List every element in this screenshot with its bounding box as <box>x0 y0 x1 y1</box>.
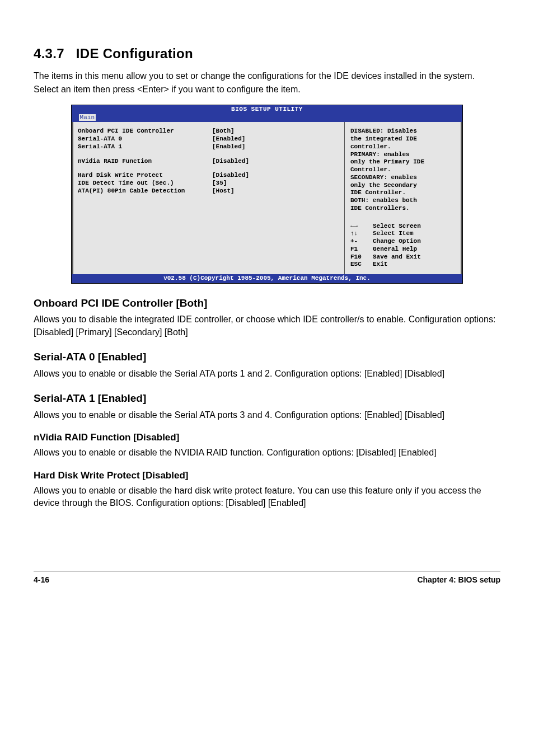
key-label: F1 <box>350 246 373 253</box>
section-title: IDE Configuration <box>76 46 193 61</box>
bios-setting-row[interactable]: IDE Detect Time out (Sec.) [35] <box>78 180 340 187</box>
key-desc: Select Item <box>373 230 414 238</box>
subheading-nvidia-raid: nVidia RAID Function [Disabled] <box>34 431 500 444</box>
desc-sata1: Allows you to enable or disable the Seri… <box>34 409 500 421</box>
setting-label: IDE Detect Time out (Sec.) <box>78 180 212 187</box>
bios-help-pane: DISABLED: Disables the integrated IDE co… <box>345 122 462 274</box>
bios-setup-window: BIOS SETUP UTILITY Main Onboard PCI IDE … <box>71 105 463 284</box>
page-number: 4-16 <box>34 575 49 585</box>
help-line: the integrated IDE <box>350 135 455 143</box>
bios-setting-row[interactable]: Serial-ATA 0 [Enabled] <box>78 135 340 143</box>
key-label: ↑↓ <box>350 230 373 238</box>
key-row: ESCExit <box>350 261 455 269</box>
help-line: controller. <box>350 143 455 151</box>
help-line: DISABLED: Disables <box>350 128 455 135</box>
setting-label: nVidia RAID Function <box>78 158 212 166</box>
desc-write-protect: Allows you to enable or disable the hard… <box>34 485 500 510</box>
intro-paragraph: The items in this menu allow you to set … <box>34 69 500 95</box>
section-number: 4.3.7 <box>34 46 64 61</box>
setting-value: [Enabled] <box>212 143 245 151</box>
bios-menubar: Main <box>72 114 462 123</box>
help-line: only the Secondary <box>350 182 455 190</box>
setting-value: [Host] <box>212 187 235 195</box>
section-heading: 4.3.7 IDE Configuration <box>34 45 500 63</box>
setting-value: [Enabled] <box>212 135 245 143</box>
bios-setting-row[interactable]: ATA(PI) 80Pin Cable Detection [Host] <box>78 187 340 195</box>
setting-value: [Disabled] <box>212 172 249 180</box>
bios-titlebar: BIOS SETUP UTILITY <box>72 105 462 114</box>
subheading-write-protect: Hard Disk Write Protect [Disabled] <box>34 469 500 482</box>
bios-setting-row[interactable]: nVidia RAID Function [Disabled] <box>78 158 340 166</box>
key-desc: Exit <box>373 261 387 269</box>
setting-label: Onboard PCI IDE Controller <box>78 128 212 135</box>
bios-body: Onboard PCI IDE Controller [Both] Serial… <box>72 122 462 274</box>
key-label: +- <box>350 238 373 246</box>
key-row: ↑↓Select Item <box>350 230 455 238</box>
key-desc: Select Screen <box>373 223 421 231</box>
key-label: ESC <box>350 261 373 269</box>
key-label: ←→ <box>350 223 373 231</box>
setting-value: [Both] <box>212 128 235 135</box>
help-line: SECONDARY: enables <box>350 174 455 182</box>
setting-label: Serial-ATA 0 <box>78 135 212 143</box>
bios-footer: v02.58 (C)Copyright 1985-2005, American … <box>72 274 462 283</box>
chapter-label: Chapter 4: BIOS setup <box>417 575 500 585</box>
key-row: F1General Help <box>350 246 455 253</box>
bios-settings-pane: Onboard PCI IDE Controller [Both] Serial… <box>72 122 345 274</box>
subheading-sata1: Serial-ATA 1 [Enabled] <box>34 391 500 406</box>
setting-value: [Disabled] <box>212 158 249 166</box>
help-line: BOTH: enables both <box>350 197 455 205</box>
setting-value: [35] <box>212 180 227 187</box>
bios-setting-row[interactable]: Hard Disk Write Protect [Disabled] <box>78 172 340 180</box>
setting-label: Serial-ATA 1 <box>78 143 212 151</box>
key-row: F10Save and Exit <box>350 253 455 261</box>
bios-setting-row[interactable]: Onboard PCI IDE Controller [Both] <box>78 128 340 135</box>
key-desc: Change Option <box>373 238 421 246</box>
help-line: only the Primary IDE <box>350 158 455 166</box>
key-row: ←→Select Screen <box>350 223 455 231</box>
help-line: PRIMARY: enables <box>350 151 455 159</box>
key-label: F10 <box>350 253 373 261</box>
help-line: IDE Controllers. <box>350 205 455 213</box>
desc-nvidia-raid: Allows you to enable or disable the NVID… <box>34 447 500 459</box>
desc-onboard-pci: Allows you to disable the integrated IDE… <box>34 313 500 339</box>
subheading-sata0: Serial-ATA 0 [Enabled] <box>34 350 500 364</box>
setting-label: ATA(PI) 80Pin Cable Detection <box>78 187 212 195</box>
help-line: IDE Controller. <box>350 189 455 197</box>
key-row: +-Change Option <box>350 238 455 246</box>
bios-setting-row[interactable]: Serial-ATA 1 [Enabled] <box>78 143 340 151</box>
key-desc: Save and Exit <box>373 253 421 261</box>
key-desc: General Help <box>373 246 417 253</box>
bios-key-help: ←→Select Screen ↑↓Select Item +-Change O… <box>350 223 455 269</box>
help-line: Controller. <box>350 166 455 174</box>
subheading-onboard-pci: Onboard PCI IDE Controller [Both] <box>34 296 500 311</box>
bios-active-tab[interactable]: Main <box>79 114 96 121</box>
desc-sata0: Allows you to enable or disable the Seri… <box>34 368 500 380</box>
page-footer: 4-16 Chapter 4: BIOS setup <box>34 571 500 585</box>
setting-label: Hard Disk Write Protect <box>78 172 212 180</box>
